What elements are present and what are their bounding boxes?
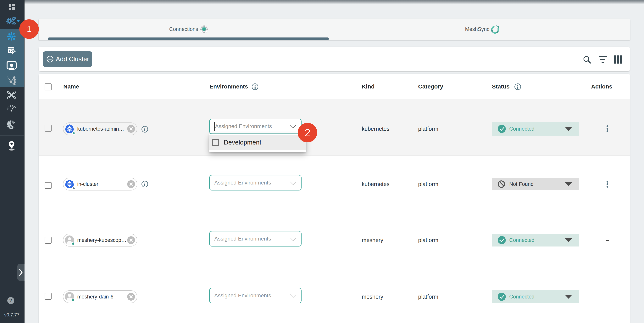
svg-text:?: ? xyxy=(9,298,12,303)
